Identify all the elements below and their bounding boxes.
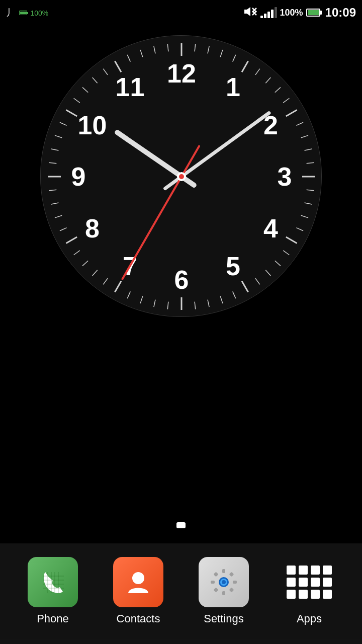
svg-line-67 [123, 146, 200, 279]
svg-rect-85 [233, 581, 237, 584]
contacts-label: Contacts [117, 612, 160, 625]
status-battery-small: 100% [19, 8, 48, 17]
dock-item-phone[interactable]: Phone [18, 557, 88, 625]
dock-item-settings[interactable]: Settings [189, 557, 259, 625]
battery-percent-small: 100% [30, 9, 48, 17]
apps-label: Apps [297, 612, 322, 625]
page-indicator [176, 522, 186, 528]
svg-point-81 [222, 580, 226, 584]
svg-point-78 [132, 572, 144, 584]
apps-grid-icon [287, 566, 332, 599]
phone-app-icon[interactable] [28, 557, 78, 607]
svg-rect-86 [214, 572, 219, 577]
svg-rect-89 [229, 588, 234, 593]
contacts-app-icon[interactable] [113, 557, 163, 607]
settings-app-icon[interactable] [199, 557, 249, 607]
clock-widget: 121234567891011 [30, 25, 332, 327]
settings-label: Settings [204, 612, 244, 625]
svg-rect-83 [222, 591, 225, 595]
apps-app-icon[interactable] [284, 557, 334, 607]
svg-rect-82 [222, 569, 225, 573]
svg-point-69 [179, 174, 184, 179]
status-time: 10:09 [325, 6, 356, 20]
clock-face: 121234567891011 [40, 35, 322, 317]
battery-icon [306, 9, 320, 17]
svg-marker-0 [244, 7, 250, 16]
signal-bars [260, 7, 277, 18]
phone-label: Phone [37, 612, 69, 625]
status-bar: ⼃ 100% 100% [0, 0, 362, 25]
dock: Phone Contacts [0, 543, 362, 644]
dock-item-apps[interactable]: Apps [274, 557, 344, 625]
status-right: 100% 10:09 [243, 6, 356, 20]
dock-item-contacts[interactable]: Contacts [103, 557, 173, 625]
svg-rect-88 [214, 588, 219, 593]
usb-icon: ⼃ [6, 7, 15, 19]
status-left: ⼃ 100% [6, 7, 48, 19]
battery-percent: 100% [280, 8, 303, 18]
page-dot-active [176, 522, 186, 528]
svg-rect-84 [211, 581, 215, 584]
mute-icon [243, 6, 257, 20]
svg-rect-87 [229, 572, 234, 577]
